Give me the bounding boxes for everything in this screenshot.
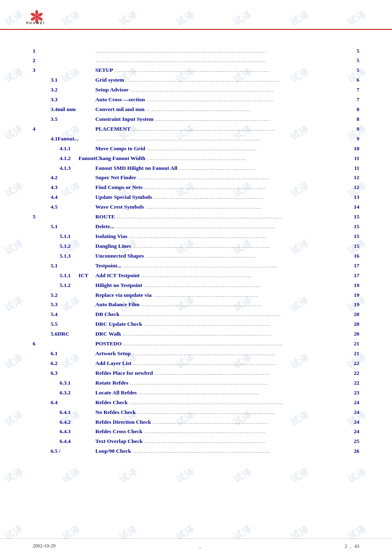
toc-row: 4.5Wave Crest Symbols ………………………………………………… bbox=[33, 202, 359, 212]
toc-title-text: Setup Advisor bbox=[96, 87, 129, 93]
toc-row: 4.2Super Net Finder ……………………………………………………… bbox=[33, 173, 359, 183]
toc-num-cell: 6.3.1 bbox=[33, 378, 78, 388]
toc-row: 3.2Setup Advisor ……………………………………………………………… bbox=[33, 85, 359, 95]
header: HUAWEI bbox=[0, 0, 392, 30]
toc-page-cell: 26 bbox=[354, 447, 360, 456]
toc-prefix-cell bbox=[78, 388, 95, 398]
toc-num-cell: 5.1.3 bbox=[33, 251, 78, 261]
toc-prefix-cell bbox=[78, 407, 95, 417]
toc-page-cell: 19 bbox=[354, 280, 360, 290]
toc-title-text: DRC Walk bbox=[96, 331, 121, 337]
toc-prefix-cell bbox=[78, 193, 95, 202]
toc-title-text: Auto Balance Film bbox=[96, 301, 140, 307]
toc-title-cell: Chang Fanout Width ……………………………………………… bbox=[96, 154, 354, 163]
toc-prefix-cell bbox=[78, 417, 95, 427]
toc-prefix-cell bbox=[78, 114, 95, 124]
toc-num-cell: 6.2 bbox=[33, 359, 78, 369]
toc-row: 5.1.2Dangling Lines ……………………………………………………… bbox=[33, 241, 359, 251]
toc-row: 6.4.2Refdes Direction Check ………………………………… bbox=[33, 417, 359, 427]
toc-num-cell: 6.4.2 bbox=[33, 417, 78, 427]
toc-dots: ………………………………………………………………………………… bbox=[96, 57, 267, 63]
toc-title-text: Fanout SMD Hilight no Fanout All bbox=[96, 165, 178, 171]
toc-title-cell: Replace via unpdate via …………………………………………… bbox=[96, 290, 354, 300]
toc-prefix-cell bbox=[78, 437, 95, 447]
toc-dots: …………………………………………………………………… bbox=[129, 87, 273, 93]
toc-row: 6POSTEDO ……………………………………………………………………………21 bbox=[33, 339, 359, 349]
toc-prefix-cell bbox=[78, 359, 95, 369]
toc-title-cell: Auto Cross —section ……………………………………………………… bbox=[96, 95, 354, 105]
toc-page-cell: 9 bbox=[354, 134, 360, 144]
toc-row: 5.1.3Unconnected Shapes …………………………………………… bbox=[33, 251, 359, 261]
toc-page-cell: 19 bbox=[354, 300, 360, 310]
toc-title-cell: Add ICT Testpoint …………………………………………………… bbox=[96, 271, 354, 280]
footer-date: 2002-10-29 bbox=[33, 543, 56, 550]
toc-dots: ………………………………………………………………… bbox=[131, 448, 270, 454]
toc-prefix-cell bbox=[78, 310, 95, 320]
toc-row: 4.4Update Special Symbols ……………………………………… bbox=[33, 193, 359, 202]
toc-num-cell: 6.4.1 bbox=[33, 407, 78, 417]
toc-page-cell: 15 bbox=[354, 232, 360, 242]
toc-title-cell: Refdes Direction Check ……………………………………………… bbox=[96, 417, 354, 427]
toc-title-cell: DRC Update Check …………………………………………………………… bbox=[96, 320, 354, 329]
toc-title-text: Constraint Input System bbox=[96, 116, 154, 122]
toc-prefix-cell bbox=[78, 134, 95, 144]
toc-num-cell: 5.3 bbox=[33, 300, 78, 310]
toc-num-cell: 5.1 bbox=[33, 261, 78, 271]
toc-dots: ………………………………………………………………………… bbox=[113, 67, 269, 73]
toc-num-cell: 3.1 bbox=[33, 76, 78, 85]
toc-prefix-cell bbox=[78, 300, 95, 310]
toc-dots: ……………………………………………………… bbox=[151, 419, 268, 425]
toc-row: 6.3Refdes Place for newbrd …………………………………… bbox=[33, 368, 359, 378]
toc-prefix-cell bbox=[78, 290, 95, 300]
toc-row: 6.3.2Locate All Refdes ……………………………………………… bbox=[33, 388, 359, 398]
toc-prefix-cell bbox=[78, 447, 95, 456]
toc-page-cell: 10 bbox=[354, 144, 360, 154]
toc-prefix-cell bbox=[78, 368, 95, 378]
footer: 2002-10-29 ， 2 ， 43 bbox=[0, 538, 392, 554]
toc-title-cell: Auto Balance Film ………………………………………………………… bbox=[96, 300, 354, 310]
toc-num-cell: 4.4 bbox=[33, 193, 78, 202]
toc-prefix-cell bbox=[78, 124, 95, 134]
toc-num-cell: 5.1.2 bbox=[33, 280, 78, 290]
toc-row: 4.1.1Move Comps to Grid …………………………………………… bbox=[33, 144, 359, 154]
toc-num-cell: 5.1.1 bbox=[33, 232, 78, 242]
toc-prefix-cell bbox=[78, 232, 95, 242]
toc-prefix-cell bbox=[78, 46, 95, 56]
toc-row: 6.4.3Refdes Cross Check …………………………………………… bbox=[33, 427, 359, 437]
toc-title-cell: Delete... …………………………………………………………………………… bbox=[96, 222, 354, 232]
toc-page-cell: 8 bbox=[354, 114, 360, 124]
toc-page-cell: 13 bbox=[354, 193, 360, 202]
toc-num-cell: 6.1 bbox=[33, 349, 78, 359]
toc-page-cell: 17 bbox=[354, 271, 360, 280]
toc-dots: …………………………………………………………… bbox=[142, 321, 270, 327]
toc-page-cell: 14 bbox=[354, 202, 360, 212]
toc-num-cell: 5.1.2 bbox=[33, 241, 78, 251]
toc-num-cell: 5.1.1 bbox=[33, 271, 78, 280]
toc-prefix-cell: Fanout bbox=[78, 154, 95, 163]
toc-dots: ……………………………………………………………… bbox=[136, 174, 270, 180]
toc-table: 1 …………………………………………………………………………………52 …………… bbox=[33, 46, 359, 456]
toc-title-text: Loop/90 Check bbox=[96, 448, 131, 454]
toc-title-text: Find Comps or Nets bbox=[96, 184, 143, 190]
toc-title-text: Replace via unpdate via bbox=[96, 292, 152, 298]
toc-prefix-cell bbox=[78, 339, 95, 349]
footer-page: 2 ， 43 bbox=[345, 543, 359, 550]
toc-num-cell: 4.1.3 bbox=[33, 163, 78, 173]
toc-prefix-cell bbox=[78, 85, 95, 95]
toc-row: 5.1Delete... ………………………………………………………………………… bbox=[33, 222, 359, 232]
toc-page-cell: 24 bbox=[354, 427, 360, 437]
toc-title-cell: Artwork Setup …………………………………………………………………… bbox=[96, 349, 354, 359]
toc-prefix-cell bbox=[78, 378, 95, 388]
toc-prefix-cell bbox=[78, 427, 95, 437]
toc-num-cell: 1 bbox=[33, 46, 78, 56]
toc-page-cell: 11 bbox=[354, 163, 360, 173]
toc-title-cell: Testpoint... ………………………………………………………………………… bbox=[96, 261, 354, 271]
toc-dots: ………………………………………………………………………… bbox=[128, 399, 283, 405]
toc-num-cell: 3.5 bbox=[33, 114, 78, 124]
toc-row: 6.3.1Rotate Refdes ………………………………………………………… bbox=[33, 378, 359, 388]
toc-num-cell: 6.5 / bbox=[33, 447, 78, 456]
toc-title-text: Add Layer List bbox=[96, 360, 131, 366]
toc-num-cell: 5.5 bbox=[33, 320, 78, 329]
toc-prefix-cell bbox=[78, 105, 95, 115]
toc-row: 6.4.1No Refdes Check …………………………………………………… bbox=[33, 407, 359, 417]
